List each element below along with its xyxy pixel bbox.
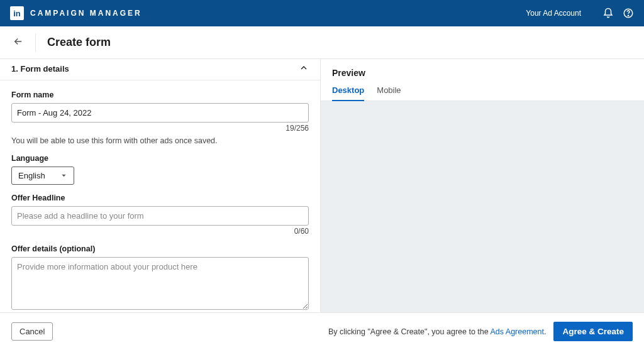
offer-headline-label: Offer Headline (11, 194, 309, 202)
ads-agreement-link[interactable]: Ads Agreement (491, 327, 544, 336)
language-select[interactable]: English (11, 167, 74, 185)
form-name-label: Form name (11, 90, 309, 99)
section-form-details-header[interactable]: 1. Form details (0, 59, 320, 80)
offer-headline-input[interactable] (11, 206, 309, 226)
caret-down-icon (60, 172, 67, 179)
svg-point-1 (628, 15, 628, 16)
form-name-input[interactable] (11, 103, 309, 123)
top-banner: in CAMPAIGN MANAGER Your Ad Account (0, 0, 644, 26)
offer-headline-counter: 0/60 (11, 227, 309, 236)
offer-details-textarea[interactable] (11, 257, 309, 310)
product-name: CAMPAIGN MANAGER (30, 9, 142, 18)
language-value: English (18, 171, 45, 180)
divider (35, 33, 36, 52)
form-name-hint: You will be able to use this form with o… (11, 136, 309, 145)
preview-heading: Preview (321, 59, 644, 78)
help-icon[interactable] (623, 8, 634, 19)
linkedin-logo-icon: in (10, 6, 24, 20)
form-name-counter: 19/256 (11, 124, 309, 133)
page-footer: Cancel By clicking "Agree & Create", you… (0, 312, 644, 350)
account-switcher[interactable]: Your Ad Account (526, 9, 581, 18)
preview-tabs: Desktop Mobile (321, 78, 644, 101)
legal-text: By clicking "Agree & Create", you agree … (328, 327, 547, 336)
section-title: 1. Form details (11, 64, 69, 74)
agree-create-button[interactable]: Agree & Create (553, 322, 633, 341)
back-button[interactable] (13, 36, 24, 49)
page-subheader: Create form (0, 26, 644, 59)
bell-icon[interactable] (602, 8, 614, 19)
cancel-button[interactable]: Cancel (11, 322, 53, 341)
page-title: Create form (47, 36, 111, 49)
preview-canvas (321, 101, 644, 312)
offer-details-label: Offer details (optional) (11, 244, 309, 253)
chevron-up-icon (299, 63, 309, 75)
tab-mobile[interactable]: Mobile (377, 85, 401, 101)
tab-desktop[interactable]: Desktop (332, 85, 364, 101)
language-label: Language (11, 154, 309, 163)
